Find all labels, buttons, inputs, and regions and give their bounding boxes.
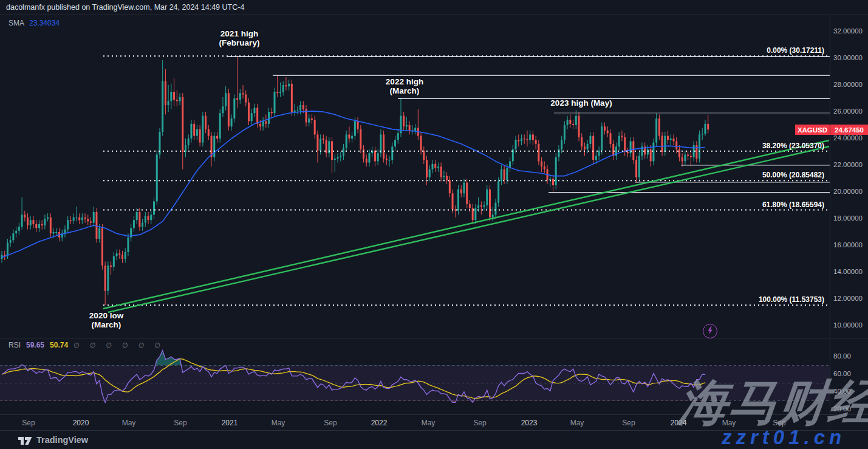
annotation-label[interactable]: 2023 high (May) bbox=[550, 99, 612, 108]
candle-body bbox=[199, 129, 201, 143]
candle-body bbox=[35, 224, 37, 228]
candle-body bbox=[564, 125, 566, 140]
rsi-empty-params: ∅ ∅ ∅ ∅ ∅ ∅ bbox=[73, 341, 165, 349]
candle-body bbox=[271, 112, 273, 113]
candle-body bbox=[274, 92, 276, 113]
candle-body bbox=[360, 129, 361, 149]
candle-body bbox=[256, 108, 258, 123]
candle-body bbox=[618, 136, 620, 147]
candle-body bbox=[156, 154, 158, 201]
candle-body bbox=[486, 190, 488, 205]
candle-body bbox=[259, 124, 261, 126]
price-axis-tick: 26.00000 bbox=[833, 108, 863, 115]
annotation-label[interactable]: 2021 high (February) bbox=[219, 30, 260, 47]
candle-body bbox=[84, 218, 86, 219]
trendline[interactable] bbox=[103, 140, 829, 309]
candle-body bbox=[515, 140, 517, 149]
candle-body bbox=[423, 151, 425, 160]
candle-body bbox=[95, 212, 97, 239]
sma-indicator-legend[interactable]: SMA 23.34034 bbox=[9, 19, 60, 27]
candle-body bbox=[236, 98, 238, 100]
time-axis-tick: May bbox=[570, 419, 584, 427]
price-axis-tick: 16.00000 bbox=[833, 241, 863, 248]
fib-level-label: 50.00% (20.85482) bbox=[762, 171, 824, 179]
candle-body bbox=[374, 151, 376, 162]
candle-body bbox=[457, 190, 459, 211]
candle-body bbox=[492, 214, 494, 217]
candle-body bbox=[667, 136, 669, 140]
candle-body bbox=[316, 134, 318, 150]
candle-body bbox=[233, 98, 235, 118]
candle-body bbox=[296, 111, 298, 111]
candle-body bbox=[670, 139, 672, 140]
candle-body bbox=[632, 141, 634, 160]
candle-body bbox=[334, 159, 336, 160]
rsi-axis-tick: 80.00 bbox=[833, 352, 851, 360]
candle-body bbox=[431, 164, 433, 170]
candle-body bbox=[104, 266, 106, 291]
candle-body bbox=[7, 243, 9, 256]
candle-body bbox=[41, 224, 43, 225]
candle-body bbox=[406, 125, 408, 126]
candle-body bbox=[524, 139, 525, 139]
candle-body bbox=[466, 183, 468, 204]
annotation-label[interactable]: 2022 high (March) bbox=[386, 78, 423, 95]
candle-body bbox=[601, 126, 603, 151]
candle-body bbox=[225, 93, 227, 106]
rsi-indicator-legend[interactable]: RSI 59.65 50.74 ∅ ∅ ∅ ∅ ∅ ∅ bbox=[9, 341, 165, 349]
candle-body bbox=[346, 134, 347, 148]
candle-body bbox=[420, 136, 422, 151]
candle-body bbox=[81, 218, 83, 220]
candle-body bbox=[474, 208, 476, 220]
candle-body bbox=[50, 218, 52, 233]
candle-body bbox=[113, 256, 115, 267]
candle-body bbox=[173, 92, 175, 100]
candle-body bbox=[437, 166, 439, 168]
candle-body bbox=[148, 216, 149, 221]
candle-body bbox=[409, 125, 411, 131]
price-axis-tick: 30.00000 bbox=[833, 54, 863, 61]
sma-line bbox=[2, 111, 705, 258]
price-axis-tick: 24.00000 bbox=[833, 134, 863, 142]
candle-body bbox=[434, 164, 436, 168]
candle-body bbox=[552, 179, 554, 185]
candle-body bbox=[323, 139, 324, 140]
tradingview-logo-icon bbox=[18, 435, 32, 445]
candle-body bbox=[75, 218, 77, 218]
rsi-pane[interactable] bbox=[0, 351, 830, 403]
annotation-label[interactable]: 2020 low (March) bbox=[89, 312, 123, 329]
candle-body bbox=[477, 205, 479, 208]
candle-body bbox=[684, 154, 686, 161]
candle-body bbox=[389, 160, 391, 160]
quick-action-lightning-button[interactable] bbox=[703, 324, 717, 338]
candle-body bbox=[558, 149, 559, 157]
publish-info: dacolmanfx published on TradingView.com,… bbox=[6, 3, 244, 12]
candle-body bbox=[279, 92, 281, 93]
candle-body bbox=[655, 118, 657, 143]
candle-body bbox=[188, 139, 190, 145]
candle-body bbox=[638, 156, 640, 177]
trendline[interactable] bbox=[108, 146, 829, 312]
fib-level-label: 100.00% (11.53753) bbox=[759, 295, 824, 304]
candle-body bbox=[463, 183, 465, 194]
candle-body bbox=[380, 134, 381, 153]
fib-level-label: 61.80% (18.65594) bbox=[762, 201, 824, 209]
candle-body bbox=[567, 120, 569, 125]
time-axis-tick: Sep bbox=[324, 419, 337, 427]
candle-body bbox=[15, 231, 17, 233]
candle-body bbox=[168, 101, 169, 105]
candle-body bbox=[253, 108, 255, 113]
candle-body bbox=[610, 133, 612, 144]
price-chart[interactable] bbox=[0, 0, 868, 449]
time-axis-tick: May bbox=[722, 419, 736, 427]
candle-body bbox=[469, 204, 471, 208]
tradingview-logo[interactable]: TradingView bbox=[18, 435, 88, 445]
candle-body bbox=[340, 156, 341, 157]
candle-body bbox=[18, 227, 20, 231]
candle-body bbox=[231, 118, 233, 126]
pane-divider-main-rsi[interactable] bbox=[0, 338, 868, 338]
price-axis-tick: 14.00000 bbox=[833, 268, 863, 275]
candle-body bbox=[707, 124, 709, 129]
candle-body bbox=[162, 81, 163, 132]
candle-body bbox=[302, 105, 304, 109]
